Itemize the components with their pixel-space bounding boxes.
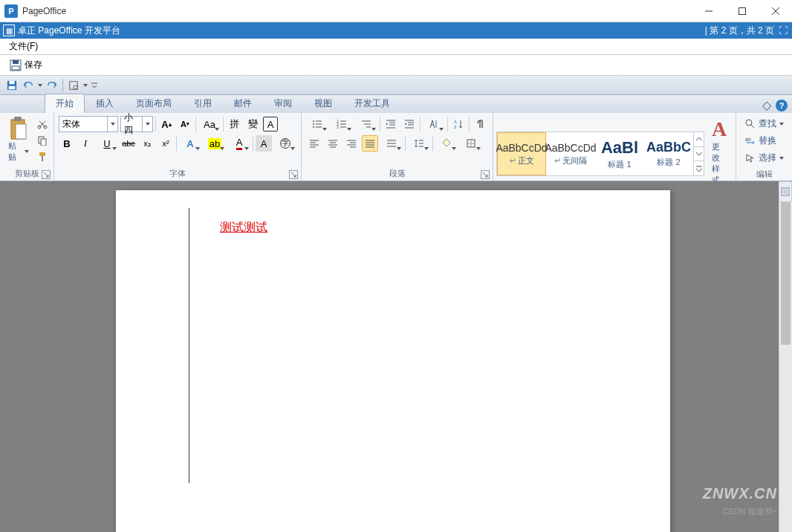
minimize-ribbon-icon[interactable]: ◇ (762, 98, 771, 112)
group-edit: 查找 ab替换 选择 编辑 (736, 113, 792, 181)
font-name-combo[interactable]: 宋体 (59, 116, 118, 132)
qa-customize-dropdown[interactable] (90, 78, 99, 93)
save-button[interactable]: 保存 (6, 56, 46, 74)
qa-redo-button[interactable] (45, 78, 59, 93)
close-button[interactable] (759, 0, 792, 22)
align-center-button[interactable] (325, 135, 341, 152)
strikethrough-button[interactable]: abc (120, 135, 137, 152)
qa-undo-button[interactable] (21, 78, 36, 93)
copy-button[interactable] (36, 134, 49, 147)
style-normal[interactable]: AaBbCcDd↵正文 (497, 132, 546, 175)
text-effects-button[interactable]: A (179, 135, 201, 152)
clipboard-label: 剪贴板 (15, 169, 39, 178)
superscript-button[interactable]: x² (158, 135, 174, 152)
find-button[interactable]: 查找 (742, 116, 787, 132)
style-nospacing[interactable]: AaBbCcDd↵无间隔 (546, 132, 595, 175)
change-styles-icon: A (712, 117, 727, 141)
replace-button[interactable]: ab替换 (742, 133, 787, 149)
vertical-scrollbar[interactable] (779, 181, 792, 532)
sort-button[interactable]: AZ (450, 116, 467, 132)
style-heading1[interactable]: AaBl标题 1 (595, 132, 644, 175)
character-border-button[interactable]: A (263, 117, 278, 132)
tab-layout[interactable]: 页面布局 (125, 94, 183, 113)
svg-rect-20 (39, 152, 45, 156)
maximize-button[interactable] (725, 0, 759, 22)
increase-indent-button[interactable] (401, 116, 418, 132)
svg-point-22 (313, 120, 314, 122)
help-icon[interactable]: ? (776, 100, 788, 111)
line-spacing-button[interactable] (408, 135, 430, 152)
menu-file[interactable]: 文件(F) (6, 40, 41, 53)
align-distribute-button[interactable] (380, 135, 403, 152)
select-icon (745, 153, 756, 163)
align-justify-button[interactable] (362, 135, 378, 152)
shrink-font-button[interactable]: A▾ (177, 116, 193, 132)
style-heading2[interactable]: AaBbC标题 2 (644, 132, 693, 175)
grow-font-button[interactable]: A▴ (158, 116, 175, 132)
document-text[interactable]: 测试测试 (220, 220, 267, 236)
numbering-button[interactable]: 123 (331, 116, 353, 132)
multilevel-list-button[interactable] (355, 116, 377, 132)
paste-button[interactable]: 粘贴 (3, 114, 34, 165)
borders-button[interactable] (460, 135, 482, 152)
shading-button[interactable] (435, 135, 458, 152)
tab-review[interactable]: 审阅 (263, 94, 303, 113)
svg-text:A: A (454, 120, 457, 124)
side-tool-button[interactable] (779, 181, 792, 202)
change-case-button[interactable]: Aa (198, 116, 221, 132)
tab-references[interactable]: 引用 (183, 94, 223, 113)
svg-rect-6 (12, 66, 19, 70)
group-styles: AaBbCcDd↵正文 AaBbCcDd↵无间隔 AaBl标题 1 AaBbC标… (493, 113, 736, 181)
show-marks-button[interactable] (472, 116, 488, 132)
qa-print-preview-button[interactable] (66, 78, 81, 93)
bullets-button[interactable] (306, 116, 328, 132)
character-shading-button[interactable]: A (256, 135, 272, 152)
watermark-csdn: CSDN @逆羽~ (722, 506, 777, 517)
gallery-more-button[interactable] (694, 161, 704, 175)
group-paragraph: 123 AZ (302, 113, 493, 181)
highlight-button[interactable]: ab (204, 135, 226, 152)
phonetic-guide-button[interactable]: 拼 (226, 116, 242, 132)
document-page[interactable]: 测试测试 (116, 190, 670, 532)
enclose-characters-button[interactable]: 字 (274, 135, 296, 152)
decrease-indent-button[interactable] (383, 116, 399, 132)
tab-home[interactable]: 开始 (45, 94, 85, 113)
group-clipboard: 粘贴 剪贴板 (0, 113, 54, 181)
paragraph-dialog-launcher[interactable] (481, 170, 490, 179)
svg-point-26 (313, 126, 314, 128)
font-color-button[interactable]: A (228, 135, 250, 152)
font-size-combo[interactable]: 小四 (120, 116, 153, 132)
page-counter: | 第 2 页，共 2 页 (705, 25, 774, 37)
qa-save-button[interactable] (4, 78, 19, 93)
subscript-button[interactable]: x₂ (139, 135, 155, 152)
clipboard-dialog-launcher[interactable] (42, 170, 51, 179)
find-icon (745, 119, 756, 129)
align-right-button[interactable] (343, 135, 360, 152)
tab-insert[interactable]: 插入 (85, 94, 125, 113)
align-left-button[interactable] (306, 135, 322, 152)
save-icon (10, 59, 22, 71)
minimize-button[interactable] (692, 0, 725, 22)
font-label: 字体 (169, 169, 186, 178)
format-painter-button[interactable] (36, 150, 49, 163)
qa-print-dropdown[interactable] (82, 84, 88, 87)
gallery-up-button[interactable] (694, 132, 704, 147)
bold-button[interactable]: B (59, 135, 75, 152)
scrollbar-thumb[interactable] (781, 196, 791, 345)
cut-button[interactable] (36, 117, 49, 131)
font-dialog-launcher[interactable] (289, 170, 298, 179)
underline-button[interactable]: U (96, 135, 118, 152)
asian-layout-button[interactable] (423, 116, 445, 132)
select-button[interactable]: 选择 (742, 150, 787, 166)
clear-formatting-button[interactable]: 變 (244, 116, 261, 132)
tab-mail[interactable]: 邮件 (223, 94, 263, 113)
gallery-down-button[interactable] (694, 147, 704, 162)
svg-rect-8 (10, 80, 15, 83)
tab-view[interactable]: 视图 (303, 94, 343, 113)
fullscreen-icon[interactable]: ⛶ (777, 25, 789, 36)
paste-icon (8, 117, 29, 140)
platform-bar: ▦ 卓正 PageOffice 开发平台 | 第 2 页，共 2 页 ⛶ (0, 22, 792, 39)
italic-button[interactable]: I (77, 135, 94, 152)
qa-undo-dropdown[interactable] (37, 84, 43, 87)
tab-developer[interactable]: 开发工具 (343, 94, 401, 113)
